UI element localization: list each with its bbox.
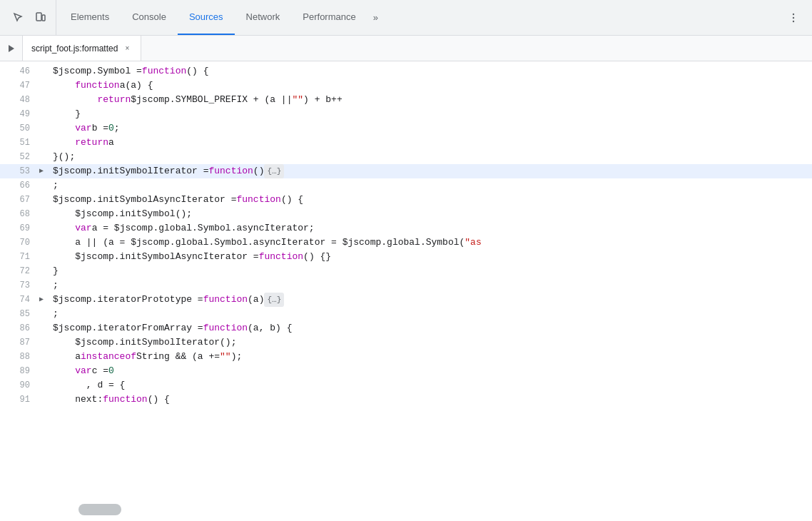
inspect-element-button[interactable] <box>9 8 29 28</box>
code-line-85: ; <box>47 307 812 321</box>
code-line-67: $jscomp.initSymbolAsyncIterator = functi… <box>47 193 812 207</box>
code-lines: $jscomp.Symbol = function() { function a… <box>47 61 812 521</box>
line-num-53: 53 <box>0 164 36 178</box>
code-gutter: ▶ ▶ <box>36 61 47 521</box>
code-line-68: $jscomp.initSymbol(); <box>47 207 812 221</box>
code-line-51: return a <box>47 136 812 150</box>
file-tab-close-button[interactable]: × <box>122 44 132 54</box>
line-num-69: 69 <box>0 221 36 236</box>
gutter-85 <box>36 307 47 321</box>
code-line-46: $jscomp.Symbol = function() { <box>47 64 812 79</box>
code-line-48: return $jscomp.SYMBOL_PREFIX + (a || "")… <box>47 93 812 107</box>
code-line-50: var b = 0; <box>47 121 812 136</box>
line-num-68: 68 <box>0 207 36 221</box>
settings-button[interactable] <box>783 8 803 28</box>
gutter-88 <box>36 350 47 364</box>
gutter-72 <box>36 264 47 278</box>
line-num-47: 47 <box>0 79 36 93</box>
line-num-66: 66 <box>0 178 36 193</box>
tab-more-button[interactable]: » <box>367 0 384 35</box>
gutter-67 <box>36 193 47 207</box>
gutter-87 <box>36 335 47 350</box>
tab-performance[interactable]: Performance <box>291 0 367 35</box>
tab-console[interactable]: Console <box>121 0 178 35</box>
tab-network[interactable]: Network <box>235 0 292 35</box>
gutter-66 <box>36 178 47 193</box>
line-num-71: 71 <box>0 250 36 264</box>
gutter-48 <box>36 93 47 107</box>
line-num-48: 48 <box>0 93 36 107</box>
file-tab-name: script_foot.js:formatted <box>31 44 118 54</box>
code-line-90: , d = { <box>47 378 812 393</box>
line-num-52: 52 <box>0 150 36 164</box>
gutter-50 <box>36 121 47 136</box>
line-num-87: 87 <box>0 335 36 350</box>
code-line-86: $jscomp.iteratorFromArray = function(a, … <box>47 321 812 335</box>
code-line-70: a || (a = $jscomp.global.Symbol.asyncIte… <box>47 236 812 250</box>
code-line-52: }(); <box>47 150 812 164</box>
code-line-66: ; <box>47 178 812 193</box>
gutter-74[interactable]: ▶ <box>36 293 47 307</box>
code-line-49: } <box>47 107 812 121</box>
line-num-89: 89 <box>0 364 36 378</box>
panel-toggle-button[interactable] <box>0 36 23 61</box>
svg-point-2 <box>793 13 794 14</box>
svg-marker-5 <box>9 45 14 52</box>
tab-elements[interactable]: Elements <box>59 0 121 35</box>
tab-list: Elements Console Sources Network Perform… <box>56 0 384 35</box>
code-line-74: $jscomp.iteratorPrototype = function(a) … <box>47 293 812 307</box>
gutter-68 <box>36 207 47 221</box>
line-num-67: 67 <box>0 193 36 207</box>
gutter-71 <box>36 250 47 264</box>
code-line-88: a instanceof String && (a += ""); <box>47 350 812 364</box>
gutter-51 <box>36 136 47 150</box>
code-editor: 46 47 48 49 50 51 52 53 66 67 68 69 70 7… <box>0 61 812 521</box>
toolbar-end <box>783 8 809 28</box>
line-num-50: 50 <box>0 121 36 136</box>
gutter-70 <box>36 236 47 250</box>
svg-rect-0 <box>36 13 41 21</box>
code-line-72: } <box>47 264 812 278</box>
code-line-87: $jscomp.initSymbolIterator(); <box>47 335 812 350</box>
line-num-90: 90 <box>0 378 36 393</box>
file-tab-script[interactable]: script_foot.js:formatted × <box>23 36 141 61</box>
devtools-toolbar: Elements Console Sources Network Perform… <box>0 0 812 36</box>
line-num-73: 73 <box>0 278 36 293</box>
horizontal-scrollbar[interactable] <box>78 504 121 515</box>
gutter-91 <box>36 393 47 407</box>
gutter-46 <box>36 64 47 79</box>
svg-point-3 <box>793 16 794 18</box>
code-line-47: function a(a) { <box>47 79 812 93</box>
gutter-49 <box>36 107 47 121</box>
file-tab-bar: script_foot.js:formatted × <box>0 36 812 61</box>
line-num-85: 85 <box>0 307 36 321</box>
gutter-52 <box>36 150 47 164</box>
gutter-47 <box>36 79 47 93</box>
line-num-86: 86 <box>0 321 36 335</box>
toolbar-icon-group <box>3 0 56 35</box>
code-line-91: next: function() { <box>47 393 812 407</box>
svg-rect-1 <box>42 15 45 21</box>
gutter-86 <box>36 321 47 335</box>
line-num-91: 91 <box>0 393 36 407</box>
gutter-53[interactable]: ▶ <box>36 164 47 178</box>
line-num-72: 72 <box>0 264 36 278</box>
gutter-73 <box>36 278 47 293</box>
code-line-71: $jscomp.initSymbolAsyncIterator = functi… <box>47 250 812 264</box>
line-num-51: 51 <box>0 136 36 150</box>
code-line-53: $jscomp.initSymbolIterator = function() … <box>47 164 812 178</box>
line-num-70: 70 <box>0 236 36 250</box>
line-num-88: 88 <box>0 350 36 364</box>
code-line-89: var c = 0 <box>47 364 812 378</box>
code-line-73: ; <box>47 278 812 293</box>
line-num-49: 49 <box>0 107 36 121</box>
tab-sources[interactable]: Sources <box>178 0 235 35</box>
gutter-69 <box>36 221 47 236</box>
line-num-74: 74 <box>0 293 36 307</box>
gutter-90 <box>36 378 47 393</box>
svg-point-4 <box>793 20 794 21</box>
code-line-69: var a = $jscomp.global.Symbol.asyncItera… <box>47 221 812 236</box>
device-toolbar-button[interactable] <box>30 8 50 28</box>
line-numbers: 46 47 48 49 50 51 52 53 66 67 68 69 70 7… <box>0 61 36 521</box>
line-num-46: 46 <box>0 64 36 79</box>
